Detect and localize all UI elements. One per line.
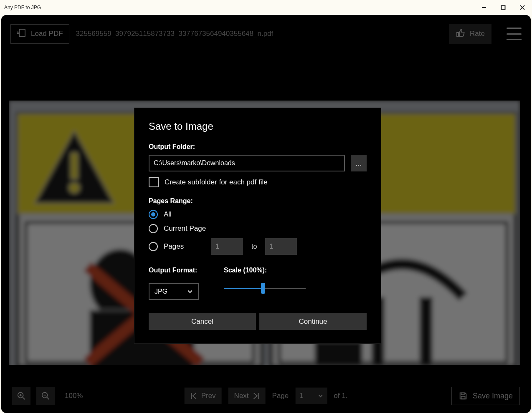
window-title: Any PDF to JPG: [4, 5, 41, 10]
cancel-button[interactable]: Cancel: [149, 313, 256, 330]
chevron-down-icon: [187, 289, 193, 295]
pages-to-label: to: [251, 243, 257, 250]
slider-thumb[interactable]: [261, 283, 265, 294]
scale-slider[interactable]: [224, 283, 306, 293]
radio-pages-label: Pages: [164, 242, 205, 251]
titlebar: Any PDF to JPG: [0, 0, 532, 15]
radio-current-label: Current Page: [164, 224, 206, 233]
browse-button[interactable]: ...: [351, 155, 367, 171]
format-value: JPG: [155, 288, 167, 295]
pages-from-input[interactable]: [211, 238, 243, 255]
radio-all[interactable]: [149, 210, 158, 219]
minimize-button[interactable]: [474, 0, 494, 15]
radio-all-label: All: [164, 210, 172, 219]
create-subfolder-label: Create subfolder for each pdf file: [165, 178, 268, 186]
svg-rect-1: [502, 6, 505, 10]
slider-fill: [224, 288, 263, 289]
dialog-title: Save to Image: [149, 121, 367, 132]
radio-current-page[interactable]: [149, 224, 158, 233]
app-frame: Load PDF 325569559_397925115873733_33776…: [1, 15, 531, 413]
window-controls: [474, 0, 532, 15]
output-folder-input[interactable]: [149, 155, 345, 171]
continue-button[interactable]: Continue: [259, 313, 367, 330]
output-format-select[interactable]: JPG: [149, 283, 199, 300]
pages-range-label: Pages Range:: [149, 197, 367, 205]
close-button[interactable]: [513, 0, 532, 15]
scale-label: Scale (100%):: [224, 267, 306, 274]
output-folder-label: Output Folder:: [149, 143, 367, 151]
pages-to-input[interactable]: [265, 238, 297, 255]
create-subfolder-checkbox[interactable]: [149, 177, 159, 187]
output-format-label: Output Format:: [149, 267, 199, 274]
radio-pages[interactable]: [149, 242, 158, 251]
maximize-button[interactable]: [494, 0, 513, 15]
save-to-image-dialog: Save to Image Output Folder: ... Create …: [134, 108, 381, 344]
